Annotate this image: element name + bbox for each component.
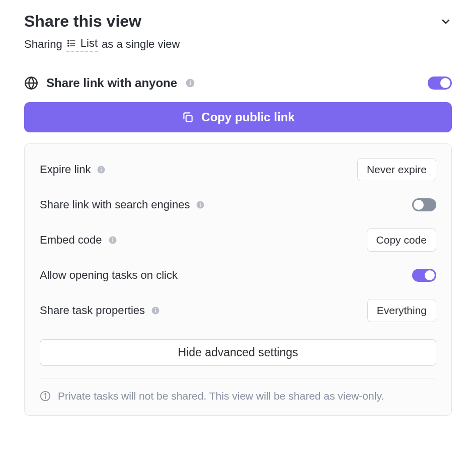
advanced-settings-panel: Expire link Never expire Share link with… [24, 143, 452, 416]
view-selector[interactable]: List [66, 37, 98, 52]
svg-rect-16 [200, 204, 201, 207]
share-link-left: Share link with anyone [24, 76, 195, 90]
svg-point-20 [112, 238, 113, 239]
embed-code-label: Embed code [40, 234, 102, 247]
allow-opening-left: Allow opening tasks on click [40, 269, 178, 282]
view-name: List [81, 37, 98, 50]
share-link-row: Share link with anyone [24, 76, 452, 90]
copy-button-label: Copy public link [201, 110, 294, 124]
svg-rect-22 [155, 310, 156, 313]
svg-point-3 [68, 40, 69, 41]
embed-code-row: Embed code Copy code [40, 228, 436, 252]
search-engines-label: Share link with search engines [40, 198, 190, 211]
share-link-toggle[interactable] [428, 76, 452, 90]
svg-point-14 [101, 167, 102, 168]
allow-opening-toggle[interactable] [412, 269, 436, 282]
task-properties-left: Share task properties [40, 304, 160, 317]
copy-embed-code-button[interactable]: Copy code [367, 228, 436, 252]
search-engines-row: Share link with search engines [40, 198, 436, 211]
copy-icon [181, 111, 194, 124]
copy-public-link-button[interactable]: Copy public link [24, 102, 452, 132]
info-icon[interactable] [97, 165, 106, 174]
list-icon [66, 38, 76, 48]
info-icon [40, 391, 51, 402]
svg-point-4 [68, 43, 69, 44]
task-properties-row: Share task properties Everything [40, 299, 436, 322]
svg-rect-13 [101, 169, 102, 172]
svg-rect-19 [112, 240, 113, 242]
allow-opening-label: Allow opening tasks on click [40, 269, 178, 282]
task-properties-label: Share task properties [40, 304, 145, 317]
info-icon[interactable] [151, 306, 160, 315]
dialog-title: Share this view [24, 12, 141, 31]
subheader: Sharing List as a single view [24, 37, 452, 52]
globe-icon [24, 76, 38, 90]
search-engines-left: Share link with search engines [40, 198, 205, 211]
share-link-label: Share link with anyone [46, 76, 177, 90]
footer-note-text: Private tasks will not be shared. This v… [58, 389, 384, 403]
divider [40, 378, 436, 378]
info-icon[interactable] [108, 236, 117, 245]
dialog-header: Share this view [24, 12, 452, 31]
subheader-prefix: Sharing [24, 38, 62, 51]
collapse-chevron-icon[interactable] [440, 16, 452, 28]
task-properties-button[interactable]: Everything [367, 299, 436, 322]
svg-point-10 [190, 81, 191, 82]
svg-rect-9 [190, 82, 191, 85]
embed-code-left: Embed code [40, 234, 117, 247]
svg-point-5 [68, 45, 69, 46]
expire-link-row: Expire link Never expire [40, 158, 436, 181]
search-engines-toggle[interactable] [412, 198, 436, 211]
svg-point-26 [45, 394, 46, 395]
allow-opening-row: Allow opening tasks on click [40, 269, 436, 282]
hide-advanced-settings-button[interactable]: Hide advanced settings [40, 339, 436, 366]
subheader-suffix: as a single view [102, 38, 180, 51]
svg-rect-11 [186, 116, 192, 122]
expire-link-button[interactable]: Never expire [357, 158, 436, 181]
footer-note: Private tasks will not be shared. This v… [40, 389, 436, 403]
svg-point-23 [155, 308, 156, 309]
info-icon[interactable] [185, 78, 195, 88]
expire-link-label: Expire link [40, 163, 91, 176]
expire-link-left: Expire link [40, 163, 106, 176]
svg-point-17 [200, 202, 201, 203]
info-icon[interactable] [196, 200, 205, 209]
